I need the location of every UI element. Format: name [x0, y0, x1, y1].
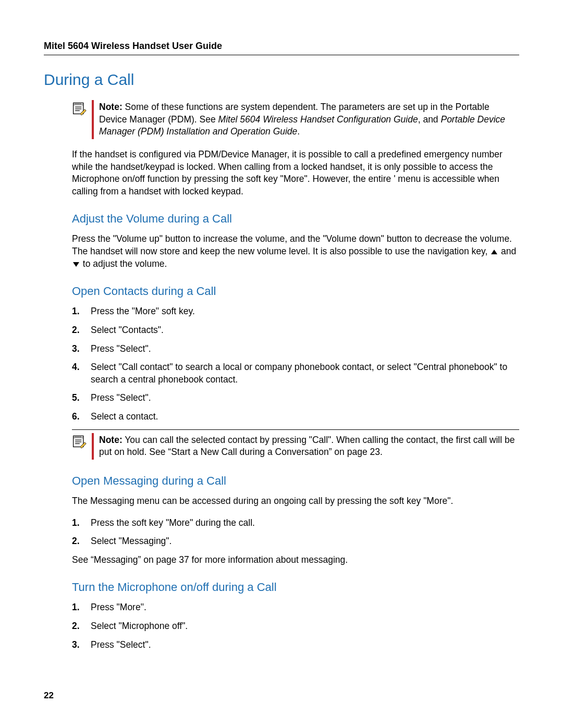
up-arrow-icon: [491, 250, 497, 254]
section-body: Note: Some of these functions are system…: [72, 100, 519, 651]
note-accent-bar: [92, 100, 94, 139]
step-number: 4.: [72, 361, 83, 386]
note-text: Note: You can call the selected contact …: [99, 433, 519, 460]
volume-text-c: to adjust the volume.: [80, 258, 167, 269]
note-body: You can call the selected contact by pre…: [99, 435, 515, 458]
svg-point-4: [79, 104, 79, 104]
list-item: 6.Select a contact.: [72, 411, 519, 423]
svg-point-1: [75, 104, 75, 104]
svg-point-2: [76, 104, 77, 104]
step-number: 3.: [72, 639, 83, 651]
paragraph-messaging-intro: The Messaging menu can be accessed durin…: [72, 495, 519, 508]
step-text: Select "Call contact" to search a local …: [91, 361, 519, 386]
step-number: 5.: [72, 392, 83, 404]
document-page: Mitel 5604 Wireless Handset User Guide D…: [0, 0, 563, 728]
note-top-rule: [72, 429, 519, 430]
list-item: 3.Press "Select".: [72, 639, 519, 651]
step-number: 2.: [72, 620, 83, 633]
note-body-3: .: [297, 126, 300, 137]
note-ref-1: Mitel 5604 Wireless Handset Configuratio…: [218, 114, 418, 125]
paragraph-volume: Press the "Volume up" button to increase…: [72, 233, 519, 270]
note-body-2: , and: [418, 114, 441, 125]
step-number: 1.: [72, 305, 83, 318]
step-text: Select "Contacts".: [91, 324, 519, 337]
section-heading-during-a-call: During a Call: [44, 71, 519, 89]
note-label: Note:: [99, 102, 123, 112]
svg-point-3: [78, 104, 78, 104]
subheading-adjust-volume: Adjust the Volume during a Call: [72, 212, 519, 226]
step-number: 1.: [72, 517, 83, 529]
svg-point-9: [78, 436, 78, 437]
svg-point-11: [80, 436, 81, 437]
step-number: 2.: [72, 324, 83, 337]
list-item: 1.Press the soft key "More" during the c…: [72, 517, 519, 529]
svg-point-5: [80, 104, 81, 104]
note-block: Note: You can call the selected contact …: [72, 433, 519, 460]
note-text: Note: Some of these functions are system…: [99, 100, 519, 139]
list-item: 2.Select "Microphone off".: [72, 620, 519, 633]
step-text: Press the "More" soft key.: [91, 305, 519, 318]
step-number: 3.: [72, 343, 83, 355]
note-icon: [72, 100, 87, 139]
running-header: Mitel 5604 Wireless Handset User Guide: [44, 41, 519, 52]
list-item: 5.Press "Select".: [72, 392, 519, 404]
svg-point-8: [76, 436, 77, 437]
step-text: Select "Messaging".: [91, 535, 519, 548]
steps-mic-onoff: 1.Press "More". 2.Select "Microphone off…: [72, 601, 519, 651]
note-label: Note:: [99, 435, 123, 445]
list-item: 1.Press the "More" soft key.: [72, 305, 519, 318]
steps-open-contacts: 1.Press the "More" soft key. 2.Select "C…: [72, 305, 519, 423]
list-item: 1.Press "More".: [72, 601, 519, 614]
step-text: Press "Select".: [91, 392, 519, 404]
svg-point-7: [75, 436, 75, 437]
step-number: 6.: [72, 411, 83, 423]
paragraph-locked-handset: If the handset is configured via PDM/Dev…: [72, 149, 519, 198]
list-item: 4.Select "Call contact" to search a loca…: [72, 361, 519, 386]
steps-open-messaging: 1.Press the soft key "More" during the c…: [72, 517, 519, 548]
subheading-mic-onoff: Turn the Microphone on/off during a Call: [72, 581, 519, 594]
page-number: 22: [44, 690, 54, 701]
step-number: 2.: [72, 535, 83, 548]
subheading-open-contacts: Open Contacts during a Call: [72, 285, 519, 298]
paragraph-messaging-ref: See “Messaging” on page 37 for more info…: [72, 554, 519, 566]
list-item: 2.Select "Messaging".: [72, 535, 519, 548]
header-rule: [44, 55, 519, 55]
step-text: Press "More".: [91, 601, 519, 614]
list-item: 2.Select "Contacts".: [72, 324, 519, 337]
step-text: Press "Select".: [91, 343, 519, 355]
svg-point-10: [79, 436, 79, 437]
subheading-open-messaging: Open Messaging during a Call: [72, 474, 519, 488]
step-text: Press "Select".: [91, 639, 519, 651]
volume-text-a: Press the "Volume up" button to increase…: [72, 233, 512, 256]
down-arrow-icon: [73, 262, 79, 267]
note-icon: [72, 433, 87, 460]
volume-text-b: and: [498, 246, 516, 256]
note-block: Note: Some of these functions are system…: [72, 100, 519, 139]
step-number: 1.: [72, 601, 83, 614]
step-text: Select "Microphone off".: [91, 620, 519, 633]
step-text: Select a contact.: [91, 411, 519, 423]
note-accent-bar: [92, 433, 94, 460]
list-item: 3.Press "Select".: [72, 343, 519, 355]
step-text: Press the soft key "More" during the cal…: [91, 517, 519, 529]
